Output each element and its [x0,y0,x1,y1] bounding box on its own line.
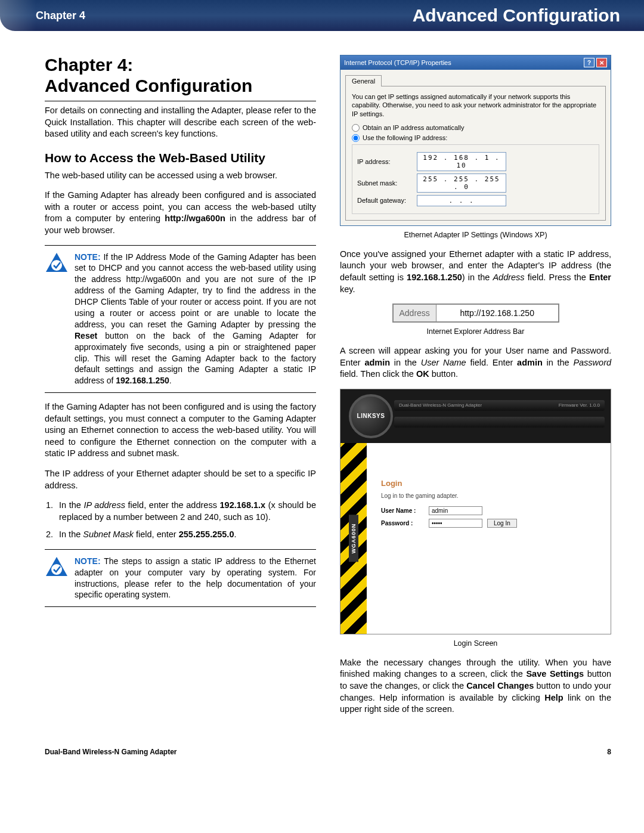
li2-field: Subnet Mask [83,529,134,539]
note1-b: button on the back of the Gaming Adapter… [75,331,316,386]
header-curve-decoration [0,0,36,31]
model-label: WGA600N [349,515,358,562]
svg-point-3 [51,564,62,575]
rp2-ok: OK [416,369,429,379]
login-button[interactable]: Log In [487,519,517,528]
gateway-label: Default gateway: [357,197,417,204]
ip-label: IP address: [357,158,417,165]
right-p3: Make the necessary changes through the u… [340,657,611,716]
rp2-mid4: field. Then click the [340,369,416,379]
li2-mask: 255.255.255.0 [179,529,234,539]
help-icon[interactable]: ? [584,58,595,67]
subnet-row: Subnet mask: 255 . 255 . 255 . 0 [357,174,594,193]
rp1-ip: 192.168.1.250 [407,272,462,282]
rp1-mid: ) in the [462,272,493,282]
username-label: User Name : [381,507,429,514]
tcpip-properties-window: Internet Protocol (TCP/IP) Properties ? … [340,55,611,226]
rp2-mid3: in the [543,358,574,367]
footer-product: Dual-Band Wireless-N Gaming Adapter [45,748,177,756]
tcpip-description: You can get IP settings assigned automat… [352,92,599,118]
li1-ip: 192.168.1.x [220,500,266,510]
rp2-mid: in the [390,358,421,367]
login-screen: LINKSYS Dual-Band Wireless-N Gaming Adap… [340,389,611,634]
radio-manual-row[interactable]: Use the following IP address: [352,134,599,142]
note-label: NOTE: [75,252,101,262]
note-2-text: NOTE: The steps to assign a static IP ad… [75,556,316,601]
li2-pre: In the [59,529,83,539]
window-buttons: ? ✕ [584,58,607,67]
page-number: 8 [607,748,611,756]
radio-auto-row[interactable]: Obtain an IP address automatically [352,124,599,132]
right-p2: A screen will appear asking you for your… [340,345,611,380]
password-row: Password : Log In [381,519,599,528]
page-body: Chapter 4: Advanced Configuration For de… [0,31,644,742]
li1-mid: field, enter the address [125,500,220,510]
rp2-pw: Password [573,358,611,367]
note-box-2: NOTE: The steps to assign a static IP ad… [45,549,316,608]
close-icon[interactable]: ✕ [596,58,607,67]
username-input[interactable] [429,506,482,515]
note1-a: If the IP Address Mode of the Gaming Ada… [75,252,316,329]
login-nav-bar [394,417,605,428]
hazard-stripe: WGA600N [340,443,367,634]
rp2-end: button. [429,369,458,379]
rp2-mid2: field. Enter [466,358,517,367]
rp3-help: Help [544,693,563,702]
checkmark-icon [45,556,69,601]
li2-mid: field, enter [134,529,179,539]
right-column: Internet Protocol (TCP/IP) Properties ? … [340,55,611,724]
paragraph-1: The web-based utility can be accessed us… [45,170,316,182]
rp1-end: key. [340,284,355,294]
address-label: Address [394,305,436,321]
page-footer: Dual-Band Wireless-N Gaming Adapter 8 [0,742,644,768]
general-tab[interactable]: General [345,75,382,86]
radio-manual-label: Use the following IP address: [363,134,447,141]
ip-address-input[interactable]: 192 . 168 . 1 . 10 [417,152,506,171]
address-value[interactable]: http://192.168.1.250 [436,305,558,321]
rp3-save: Save Settings [526,669,584,679]
rp2-admin1: admin [364,358,390,367]
general-panel: You can get IP settings assigned automat… [345,86,606,221]
gateway-row: Default gateway: . . . [357,195,594,206]
figure-caption-3: Login Screen [340,639,611,648]
password-input[interactable] [429,519,482,528]
li1-pre: In the [59,500,84,510]
page-header: Chapter 4 Advanced Configuration [0,0,644,31]
figure-caption-1: Ethernet Adapter IP Settings (Windows XP… [340,231,611,239]
linksys-logo: LINKSYS [349,394,393,438]
list-item-2: In the Subnet Mask field, enter 255.255.… [55,529,316,541]
radio-manual[interactable] [352,134,360,142]
gateway-input[interactable]: . . . [417,195,506,206]
rp2-un: User Name [421,358,466,367]
login-header-bars: Dual-Band Wireless-N Gaming Adapter Firm… [394,400,605,433]
ip-settings-group: IP address: 192 . 168 . 1 . 10 Subnet ma… [352,144,599,214]
right-p1: Once you've assigned your Ethernet adapt… [340,249,611,295]
login-form-area: Login Log in to the gaming adapter. User… [367,443,611,634]
rp3-cancel: Cancel Changes [466,681,534,690]
figure-caption-2: Internet Explorer Address Bar [340,327,611,336]
radio-auto-label: Obtain an IP address automatically [363,124,464,131]
product-name-bar: Dual-Band Wireless-N Gaming Adapter [399,402,482,408]
rp1-mid2: field. Press the [525,272,589,282]
note1-ip: 192.168.1.250 [116,376,169,385]
chapter-heading: Chapter 4: Advanced Configuration [45,55,316,101]
left-column: Chapter 4: Advanced Configuration For de… [45,55,316,724]
login-subtext: Log in to the gaming adapter. [381,493,599,499]
password-label: Password : [381,520,429,527]
subnet-input[interactable]: 255 . 255 . 255 . 0 [417,174,506,193]
li2-end: . [234,529,236,539]
paragraph-4: The IP address of your Ethernet adapter … [45,468,316,491]
username-row: User Name : [381,506,599,515]
note1-reset: Reset [75,331,97,340]
rp2-admin2: admin [517,358,543,367]
note-box-1: NOTE: If the IP Address Mode of the Gami… [45,245,316,394]
access-utility-heading: How to Access the Web-Based Utility [45,151,316,165]
li1-field: IP address [84,500,125,510]
radio-auto[interactable] [352,124,360,132]
note2-label: NOTE: [75,556,101,566]
window-titlebar: Internet Protocol (TCP/IP) Properties ? … [340,55,611,70]
note2-body: The steps to assign a static IP address … [75,556,316,600]
checkmark-icon [45,252,69,387]
note-1-text: NOTE: If the IP Address Mode of the Gami… [75,252,316,387]
login-header: LINKSYS Dual-Band Wireless-N Gaming Adap… [340,389,611,443]
